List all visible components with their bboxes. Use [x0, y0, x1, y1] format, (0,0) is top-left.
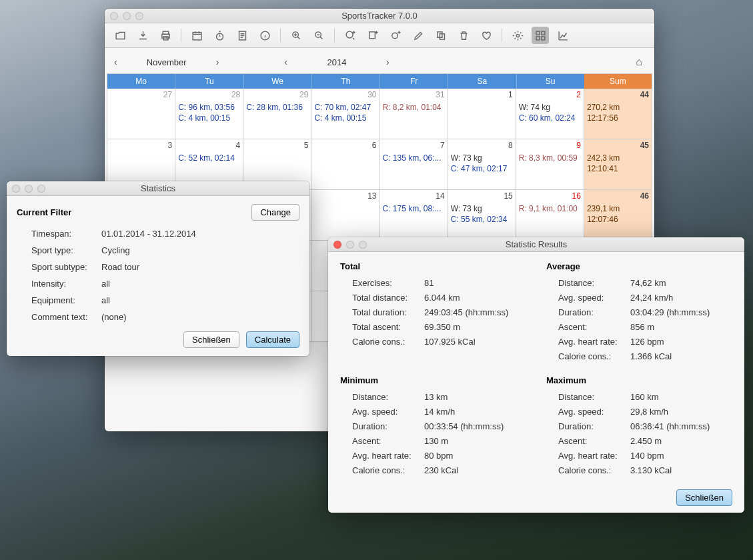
stat-label: Ascent: [558, 322, 630, 332]
filter-value: all [101, 279, 110, 289]
entry[interactable]: C: 175 km, 08:... [383, 203, 445, 214]
calendar-cell[interactable]: 7C: 135 km, 06:... [380, 139, 448, 190]
stat-label: Distance: [558, 278, 630, 288]
entry[interactable]: C: 28 km, 01:36 [246, 102, 308, 113]
stat-label: Total ascent: [352, 322, 424, 332]
next-month-button[interactable]: › [213, 57, 222, 67]
calendar-view-icon[interactable] [532, 27, 549, 44]
filter-label: Sport subtype: [31, 262, 101, 272]
results-titlebar: Statistic Results [328, 237, 744, 252]
calendar-cell[interactable]: 6 [311, 139, 380, 190]
calendar-cell[interactable]: 8W: 73 kgC: 47 km, 02:17 [448, 139, 516, 190]
calendar-icon[interactable] [188, 27, 205, 44]
main-title: SportsTracker 7.0.0 [105, 11, 654, 21]
delete-icon[interactable] [455, 27, 472, 44]
toolbar [105, 23, 654, 48]
copy-icon[interactable] [432, 27, 450, 44]
entry[interactable]: R: 9,1 km, 01:00 [519, 203, 581, 214]
add-note-icon[interactable] [364, 27, 382, 44]
calendar-cell[interactable]: 9R: 8,3 km, 00:59 [516, 139, 584, 190]
filter-value: all [101, 295, 110, 305]
home-icon[interactable]: ⌂ [636, 56, 648, 68]
stat-value: 81 [424, 278, 434, 288]
stat-value: 2.450 m [630, 436, 662, 446]
stat-label: Exercises: [352, 278, 424, 288]
entry[interactable]: 12:07:46 [587, 214, 649, 225]
stats-title: Statistics [7, 183, 309, 193]
calendar-cell[interactable]: 2W: 74 kgC: 60 km, 02:24 [516, 89, 584, 139]
settings-icon[interactable] [509, 27, 526, 44]
zoom-out-icon[interactable] [310, 27, 327, 44]
calendar-header: MoTuWeThFrSaSuSum [107, 73, 652, 89]
entry[interactable]: 242,3 km [587, 153, 649, 163]
next-year-button[interactable]: › [384, 57, 392, 67]
entry[interactable]: C: 4 km, 00:15 [178, 113, 240, 123]
calendar-cell[interactable]: 1 [448, 89, 516, 139]
calendar-cell[interactable]: 45242,3 km12:10:41 [584, 139, 652, 190]
stat-value: 6.044 km [424, 293, 460, 303]
filter-grid: Timespan:01.01.2014 - 31.12.2014Sport ty… [31, 229, 299, 322]
day-number: 46 [640, 191, 649, 201]
entry[interactable]: 270,2 km [587, 102, 649, 113]
calendar-cell[interactable]: 28C: 96 km, 03:56C: 4 km, 00:15 [175, 89, 243, 139]
heart-icon[interactable] [478, 27, 495, 44]
stat-label: Duration: [558, 421, 630, 431]
edit-icon[interactable] [410, 27, 427, 44]
stat-value: 03:04:29 (hh:mm:ss) [630, 307, 710, 317]
day-number: 30 [367, 90, 376, 99]
stat-value: 06:36:41 (hh:mm:ss) [630, 421, 710, 431]
chart-view-icon[interactable] [554, 27, 572, 44]
zoom-in-icon[interactable] [287, 27, 305, 44]
print-icon[interactable] [157, 27, 174, 44]
calendar-cell[interactable]: 31R: 8,2 km, 01:04 [380, 89, 448, 139]
entry[interactable]: 12:17:56 [587, 113, 649, 123]
open-icon[interactable] [111, 27, 129, 44]
close-button[interactable]: Schließen [183, 331, 239, 348]
note-icon[interactable] [233, 27, 251, 44]
calendar-cell[interactable]: 16R: 9,1 km, 01:00 [516, 190, 584, 241]
entry[interactable]: W: 73 kg [451, 203, 513, 214]
prev-month-button[interactable]: ‹ [111, 57, 120, 67]
add-weight-icon[interactable] [387, 27, 404, 44]
close-button[interactable]: Schließen [676, 489, 732, 506]
entry[interactable]: C: 55 km, 02:34 [451, 214, 513, 225]
entry[interactable]: C: 52 km, 02:14 [178, 153, 240, 163]
calendar-cell[interactable]: 46239,1 km12:07:46 [584, 190, 652, 241]
entry[interactable]: C: 135 km, 06:... [383, 153, 445, 163]
entry[interactable]: W: 74 kg [519, 102, 581, 113]
header-fr: Fr [380, 74, 448, 89]
calendar-cell[interactable]: 15W: 73 kgC: 55 km, 02:34 [448, 190, 516, 241]
calendar-cell[interactable]: 44270,2 km12:17:56 [584, 89, 652, 139]
stat-label: Calorie cons.: [558, 465, 630, 475]
calendar-cell[interactable]: 13 [311, 190, 380, 241]
stat-value: 126 bpm [630, 337, 664, 347]
stat-label: Avg. heart rate: [352, 451, 424, 461]
section-heading: Minimum [340, 375, 526, 385]
change-button[interactable]: Change [251, 204, 299, 221]
entry[interactable]: C: 60 km, 02:24 [519, 113, 581, 123]
filter-label: Timespan: [31, 229, 101, 239]
entry[interactable]: W: 73 kg [451, 153, 513, 163]
entry[interactable]: C: 47 km, 02:17 [451, 163, 513, 174]
add-exercise-icon[interactable] [341, 27, 359, 44]
calendar-cell[interactable]: 29C: 28 km, 01:36 [243, 89, 311, 139]
entry[interactable]: R: 8,3 km, 00:59 [519, 153, 581, 163]
entry[interactable]: R: 8,2 km, 01:04 [383, 102, 445, 113]
save-icon[interactable] [134, 27, 151, 44]
entry[interactable]: C: 70 km, 02:47 [314, 102, 376, 113]
entry[interactable]: C: 4 km, 00:15 [314, 113, 376, 123]
calendar-cell[interactable]: 30C: 70 km, 02:47C: 4 km, 00:15 [311, 89, 380, 139]
entry[interactable]: C: 96 km, 03:56 [178, 102, 240, 113]
calendar-cell[interactable]: 27 [107, 89, 175, 139]
calculate-button[interactable]: Calculate [246, 331, 299, 348]
entry[interactable]: 239,1 km [587, 203, 649, 214]
prev-year-button[interactable]: ‹ [281, 57, 290, 67]
filter-label: Sport type: [31, 245, 101, 255]
stopwatch-icon[interactable] [211, 27, 228, 44]
stat-label: Calorie cons.: [352, 337, 424, 347]
info-icon[interactable] [256, 27, 273, 44]
calendar-cell[interactable]: 14C: 175 km, 08:... [380, 190, 448, 241]
minimum-column: MinimumDistance:13 kmAvg. speed:14 km/hD… [340, 375, 526, 480]
stat-value: 1.366 kCal [630, 351, 672, 361]
entry[interactable]: 12:10:41 [587, 163, 649, 174]
